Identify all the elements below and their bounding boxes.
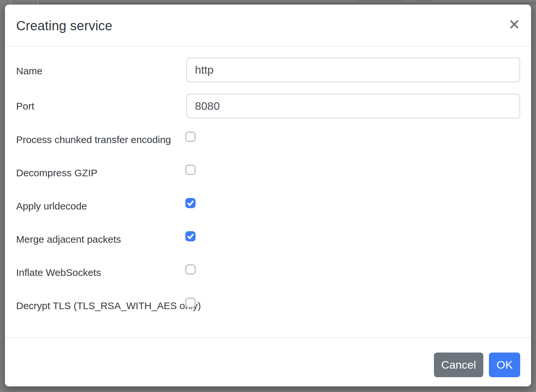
dialog-header: Creating service: [5, 5, 531, 47]
checkmark-icon: [186, 232, 195, 240]
checkbox-apply-urldecode[interactable]: [185, 198, 196, 208]
close-button[interactable]: [508, 19, 520, 31]
port-input[interactable]: [186, 94, 520, 118]
checkbox-merge-adjacent[interactable]: [185, 231, 196, 241]
checkbox-process-chunked[interactable]: [185, 132, 196, 142]
backdrop-page-edge: [11, 0, 12, 5]
port-label: Port: [16, 100, 34, 112]
dialog-footer: Cancel OK: [5, 337, 531, 386]
backdrop-page-edge: [38, 0, 39, 5]
checkbox-label-merge-adjacent: Merge adjacent packets: [16, 233, 121, 246]
backdrop-page-text: [413, 0, 433, 1]
name-label: Name: [16, 65, 42, 77]
checkmark-icon: [186, 199, 195, 207]
close-icon: [509, 19, 519, 31]
checkbox-decrypt-tls[interactable]: [185, 298, 196, 308]
dialog-title: Creating service: [16, 18, 112, 33]
checkbox-label-decompress-gzip: Decompress GZIP: [16, 167, 97, 179]
backdrop-page-text: [356, 0, 405, 1]
name-input[interactable]: [186, 58, 520, 82]
checkbox-label-process-chunked: Process chunked transfer encoding: [16, 134, 171, 146]
checkbox-label-decrypt-tls: Decrypt TLS (TLS_RSA_WITH_AES only): [16, 300, 201, 312]
checkbox-decompress-gzip[interactable]: [185, 165, 196, 175]
creating-service-dialog: Creating service Name Port Process chunk…: [5, 5, 531, 386]
checkbox-label-inflate-websockets: Inflate WebSockets: [16, 266, 101, 279]
checkbox-label-apply-urldecode: Apply urldecode: [16, 200, 87, 212]
ok-button[interactable]: OK: [489, 353, 520, 377]
checkbox-inflate-websockets[interactable]: [185, 264, 196, 275]
backdrop-page-line: [39, 3, 536, 4]
cancel-button[interactable]: Cancel: [434, 353, 483, 377]
